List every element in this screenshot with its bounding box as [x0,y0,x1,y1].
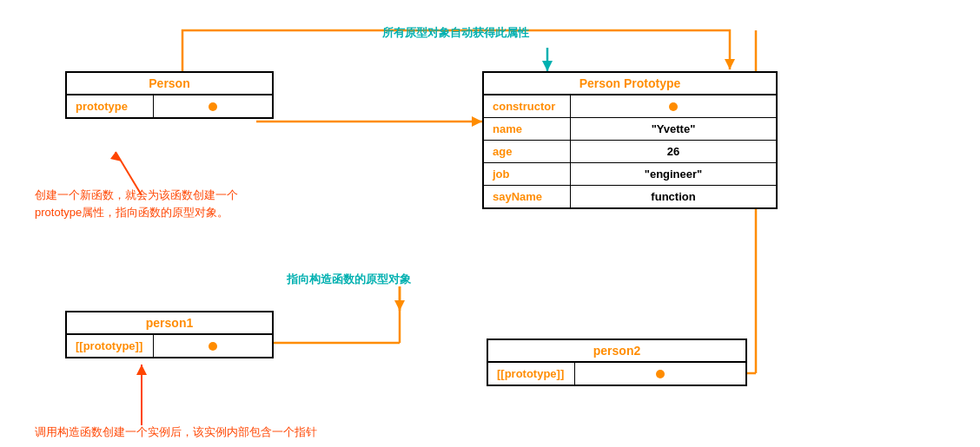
top-annotation: 所有原型对象自动获得此属性 [382,24,529,42]
person2-box: person2 [[prototype]] [487,339,747,386]
person-prototype-value [154,95,272,117]
proto-row-job: job "engineer" [484,163,776,186]
person1-title: person1 [67,312,272,335]
name-value: "Yvette" [571,118,776,140]
proto-row-age: age 26 [484,141,776,163]
left-annotation: 创建一个新函数，就会为该函数创建一个 prototype属性，指向函数的原型对象… [35,187,238,220]
proto-row-sayname: sayName function [484,186,776,207]
job-label: job [484,163,571,185]
proto-row-name: name "Yvette" [484,118,776,141]
person-title: Person [67,73,272,95]
bottom-annotation: 调用构造函数创建一个实例后，该实例内部包含一个指针 [35,424,317,441]
svg-marker-2 [472,116,482,127]
middle-annotation: 指向构造函数的原型对象 [287,271,411,288]
name-label: name [484,118,571,140]
svg-marker-8 [394,300,405,311]
person1-row-proto: [[prototype]] [67,335,272,357]
person1-proto-dot [209,342,217,351]
constructor-label: constructor [484,95,571,117]
diagram: Person prototype Person Prototype constr… [0,0,980,447]
sayname-label: sayName [484,186,571,207]
person-prototype-label: prototype [67,95,154,117]
age-value: 26 [571,141,776,162]
proto-row-constructor: constructor [484,95,776,118]
constructor-value [571,95,776,117]
svg-marker-0 [725,59,735,69]
person1-proto-label: [[prototype]] [67,335,154,357]
person1-box: person1 [[prototype]] [65,311,274,358]
person2-proto-value [575,363,745,385]
svg-marker-12 [136,365,147,375]
person2-proto-label: [[prototype]] [488,363,575,385]
person-box: Person prototype [65,71,274,119]
svg-marker-6 [110,152,122,161]
person-row-prototype: prototype [67,95,272,117]
person2-proto-dot [656,370,665,378]
job-value: "engineer" [571,163,776,185]
age-label: age [484,141,571,162]
person-prototype-dot [209,102,217,111]
svg-marker-4 [542,61,553,71]
person2-row-proto: [[prototype]] [488,363,745,385]
person1-proto-value [154,335,272,357]
prototype-title: Person Prototype [484,73,776,95]
person2-title: person2 [488,340,745,363]
prototype-box: Person Prototype constructor name "Yvett… [482,71,778,209]
sayname-value: function [571,186,776,207]
constructor-dot [669,102,678,111]
